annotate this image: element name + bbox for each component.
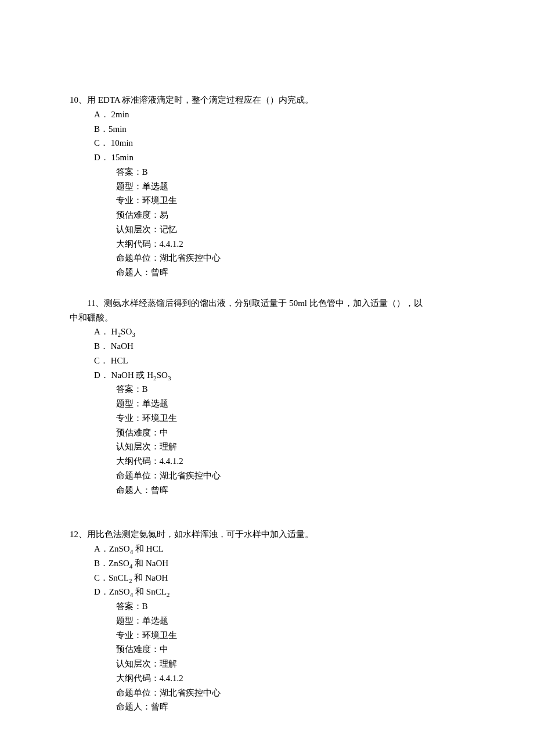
option-d: D． 15min xyxy=(94,150,464,165)
spacer xyxy=(70,513,464,527)
meta-type: 题型：单选题 xyxy=(116,179,465,194)
meta-cognition: 认知层次：理解 xyxy=(116,657,465,671)
question-stem: 11、测氨水样经蒸馏后得到的馏出液，分别取适量于 50ml 比色管中，加入适量（… xyxy=(70,296,464,311)
option-label: B． xyxy=(94,341,109,351)
option-label: D． xyxy=(94,370,109,380)
option-label: A． xyxy=(94,110,109,119)
meta-difficulty: 预估难度：易 xyxy=(116,208,465,222)
subscript: 3 xyxy=(168,375,171,381)
stem-separator: 、 xyxy=(78,530,87,539)
option-c: C． HCL xyxy=(94,354,464,368)
meta-unit: 命题单位：湖北省疾控中心 xyxy=(116,469,465,483)
stem-separator: 、 xyxy=(95,298,104,308)
question-block: 10、用 EDTA 标准溶液滴定时，整个滴定过程应在（）内完成。 A． 2min… xyxy=(70,93,464,280)
question-stem: 12、用比色法测定氨氮时，如水样浑浊，可于水样中加入适量。 xyxy=(70,527,464,542)
option-label: B． xyxy=(94,124,109,134)
meta-unit: 命题单位：湖北省疾控中心 xyxy=(116,686,465,700)
meta-block: 答案：B 题型：单选题 专业：环境卫生 预估难度：中 认知层次：理解 大纲代码：… xyxy=(70,382,464,497)
option-text: 15min xyxy=(109,153,134,162)
question-number: 12 xyxy=(70,530,78,539)
meta-cognition: 认知层次：记忆 xyxy=(116,222,465,237)
question-number: 11 xyxy=(87,298,95,308)
options-list: A． H2SO3 B． NaOH C． HCL D． NaOH 或 H2SO3 xyxy=(70,325,464,382)
meta-difficulty: 预估难度：中 xyxy=(116,642,465,657)
option-c: C． 10min xyxy=(94,136,464,150)
option-label: C． xyxy=(94,138,109,147)
meta-type: 题型：单选题 xyxy=(116,397,465,411)
option-b: B．5min xyxy=(94,122,464,136)
option-text: 和 NaOH xyxy=(132,559,168,568)
stem-text: 测氨水样经蒸馏后得到的馏出液，分别取适量于 50ml 比色管中，加入适量（），以 xyxy=(104,298,422,308)
meta-author: 命题人：曾晖 xyxy=(116,483,465,498)
meta-answer: 答案：B xyxy=(116,165,465,179)
option-text: NaOH 或 H xyxy=(109,370,153,380)
option-a: A． H2SO3 xyxy=(94,325,464,339)
options-list: A． 2min B．5min C． 10min D． 15min xyxy=(70,107,464,165)
option-label: A． xyxy=(94,544,109,553)
stem-text: 用 EDTA 标准溶液滴定时，整个滴定过程应在（）内完成。 xyxy=(87,95,313,105)
meta-answer: 答案：B xyxy=(116,382,465,397)
option-text: SO xyxy=(121,327,132,336)
meta-unit: 命题单位：湖北省疾控中心 xyxy=(116,251,465,265)
meta-block: 答案：B 题型：单选题 专业：环境卫生 预估难度：易 认知层次：记忆 大纲代码：… xyxy=(70,165,464,280)
option-d: D．ZnSO4 和 SnCL2 xyxy=(94,585,464,599)
option-text: ZnSO xyxy=(109,559,129,568)
stem-continuation: 中和硼酸。 xyxy=(70,311,464,325)
page: 10、用 EDTA 标准溶液滴定时，整个滴定过程应在（）内完成。 A． 2min… xyxy=(0,0,534,756)
meta-subject: 专业：环境卫生 xyxy=(116,628,465,643)
option-b: B．ZnSO4 和 NaOH xyxy=(94,556,464,571)
option-text: 和 NaOH xyxy=(132,573,168,582)
meta-code: 大纲代码：4.4.1.2 xyxy=(116,237,465,251)
option-text: H xyxy=(109,327,118,336)
meta-author: 命题人：曾晖 xyxy=(116,265,465,280)
meta-block: 答案：B 题型：单选题 专业：环境卫生 预估难度：中 认知层次：理解 大纲代码：… xyxy=(70,599,464,714)
option-d: D． NaOH 或 H2SO3 xyxy=(94,368,464,383)
meta-answer: 答案：B xyxy=(116,599,465,614)
options-list: A．ZnSO4 和 HCL B．ZnSO4 和 NaOH C．SnCL2 和 N… xyxy=(70,542,464,599)
option-label: B． xyxy=(94,559,109,568)
meta-subject: 专业：环境卫生 xyxy=(116,411,465,426)
option-text: 5min xyxy=(109,124,127,134)
option-text: 和 HCL xyxy=(133,544,164,553)
option-text: ZnSO xyxy=(109,544,130,553)
meta-type: 题型：单选题 xyxy=(116,614,465,628)
subscript: 3 xyxy=(132,331,135,338)
option-a: A． 2min xyxy=(94,107,464,122)
option-text: 和 SnCL xyxy=(133,587,167,596)
option-c: C．SnCL2 和 NaOH xyxy=(94,571,464,585)
question-block: 12、用比色法测定氨氮时，如水样浑浊，可于水样中加入适量。 A．ZnSO4 和 … xyxy=(70,527,464,714)
option-b: B． NaOH xyxy=(94,339,464,354)
meta-author: 命题人：曾晖 xyxy=(116,700,465,714)
option-label: D． xyxy=(94,153,109,162)
meta-code: 大纲代码：4.4.1.2 xyxy=(116,454,465,469)
option-label: D． xyxy=(94,587,109,596)
meta-subject: 专业：环境卫生 xyxy=(116,193,465,208)
meta-cognition: 认知层次：理解 xyxy=(116,440,465,454)
question-number: 10 xyxy=(70,95,78,105)
question-block: 11、测氨水样经蒸馏后得到的馏出液，分别取适量于 50ml 比色管中，加入适量（… xyxy=(70,296,464,498)
stem-separator: 、 xyxy=(78,95,87,105)
option-label: C． xyxy=(94,573,109,582)
option-text: 2min xyxy=(109,110,129,119)
meta-code: 大纲代码：4.4.1.2 xyxy=(116,671,465,686)
option-label: A． xyxy=(94,327,109,336)
stem-text: 用比色法测定氨氮时，如水样浑浊，可于水样中加入适量。 xyxy=(87,530,313,539)
option-label: C． xyxy=(94,356,109,365)
option-text: SnCL xyxy=(109,573,129,582)
subscript: 2 xyxy=(167,591,170,598)
option-text: ZnSO xyxy=(109,587,130,596)
option-text: 10min xyxy=(109,138,133,147)
option-a: A．ZnSO4 和 HCL xyxy=(94,542,464,556)
meta-difficulty: 预估难度：中 xyxy=(116,426,465,440)
option-text: HCL xyxy=(109,356,128,365)
question-stem: 10、用 EDTA 标准溶液滴定时，整个滴定过程应在（）内完成。 xyxy=(70,93,464,107)
option-text: SO xyxy=(157,370,168,380)
option-text: NaOH xyxy=(109,341,134,351)
